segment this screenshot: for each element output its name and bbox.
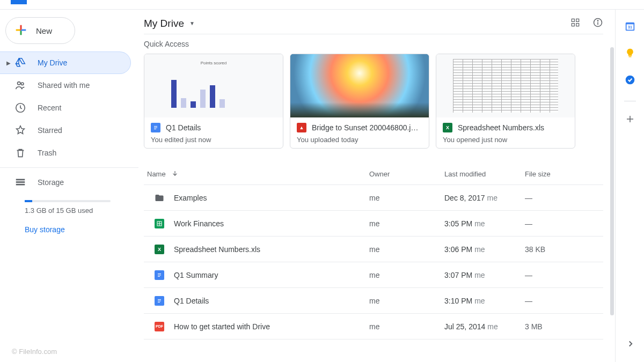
grid-view-button[interactable]	[570, 17, 581, 29]
quick-access-title: Bridge to Sunset 200046800.jpeg	[312, 123, 422, 132]
column-size[interactable]: File size	[525, 170, 600, 178]
file-name: Q1 Summary	[174, 271, 218, 279]
sheets-icon	[155, 219, 164, 228]
sort-arrow-down-icon	[171, 169, 179, 179]
docs-icon	[155, 296, 164, 306]
file-row[interactable]: Q1 Detailsme3:10 PMme—	[144, 288, 603, 314]
quick-access-subtitle: You edited just now	[151, 136, 276, 144]
quick-access-subtitle: You opened just now	[443, 136, 568, 144]
sidebar: New ▶ My Drive Shared with me Recent	[0, 10, 138, 362]
xls-icon: X	[155, 245, 164, 254]
svg-rect-21	[158, 276, 160, 277]
file-owner: me	[369, 322, 444, 331]
file-owner: me	[369, 271, 444, 279]
scrollbar-vertical[interactable]	[610, 47, 614, 315]
file-owner: me	[369, 297, 444, 305]
storage-used-text: 1.3 GB of 15 GB used	[25, 206, 138, 215]
sidebar-item-label: Trash	[38, 149, 56, 157]
quick-access-row: Points scored Q1 De	[144, 54, 603, 149]
svg-rect-24	[158, 302, 160, 302]
new-button[interactable]: New	[5, 17, 75, 44]
svg-rect-28	[628, 56, 631, 57]
quick-access-card[interactable]: Points scored Q1 De	[144, 54, 283, 149]
sidebar-item-label: Storage	[38, 178, 64, 187]
top-bar	[0, 0, 644, 10]
clock-icon	[14, 101, 27, 114]
xls-icon: X	[443, 123, 452, 132]
image-icon: ▲	[297, 123, 306, 132]
file-size: —	[525, 271, 600, 279]
svg-rect-7	[576, 19, 579, 21]
file-list: ExamplesmeDec 8, 2017me—Work Financesme3…	[144, 185, 603, 339]
storage-bar	[25, 200, 111, 202]
column-name[interactable]: Name	[147, 169, 369, 179]
file-name: Spreadsheet Numbers.xls	[174, 245, 260, 254]
file-size: —	[525, 297, 600, 305]
file-name: Q1 Details	[174, 297, 209, 305]
svg-point-1	[21, 83, 24, 85]
sidebar-item-storage[interactable]: Storage	[0, 171, 138, 194]
sidebar-item-label: Shared with me	[38, 81, 90, 90]
docs-icon	[151, 123, 160, 132]
quick-access-label: Quick Access	[144, 40, 603, 48]
file-owner: me	[369, 194, 444, 202]
breadcrumb[interactable]: My Drive ▼	[144, 18, 195, 29]
trash-icon	[14, 146, 27, 159]
file-modified: 3:06 PMme	[444, 245, 525, 254]
new-button-label: New	[36, 26, 52, 35]
breadcrumb-title: My Drive	[144, 18, 184, 29]
file-size: —	[525, 219, 600, 228]
keep-app-button[interactable]	[624, 47, 636, 59]
svg-rect-14	[154, 128, 157, 128]
file-row[interactable]: Q1 Summaryme3:07 PMme—	[144, 262, 603, 288]
quick-access-thumb	[290, 54, 429, 117]
svg-rect-13	[154, 126, 157, 127]
divider	[0, 167, 138, 168]
file-size: 3 MB	[525, 322, 600, 331]
calendar-app-button[interactable]: 31	[624, 20, 636, 32]
info-button[interactable]	[592, 17, 603, 29]
file-modified: 3:07 PMme	[444, 271, 525, 279]
add-addon-button[interactable]	[624, 113, 636, 125]
drive-icon	[14, 56, 27, 69]
storage-bar-fill	[25, 200, 32, 202]
sidebar-item-label: Starred	[38, 126, 62, 135]
file-modified: 3:05 PMme	[444, 219, 525, 228]
file-row[interactable]: Work Financesme3:05 PMme—	[144, 211, 603, 237]
quick-access-subtitle: You uploaded today	[297, 136, 422, 144]
sidebar-item-label: Recent	[38, 104, 61, 112]
file-row[interactable]: ExamplesmeDec 8, 2017me—	[144, 185, 603, 211]
column-modified[interactable]: Last modified	[444, 170, 525, 178]
file-name: How to get started with Drive	[174, 322, 270, 331]
sidebar-item-my-drive[interactable]: ▶ My Drive	[0, 51, 131, 74]
pdf-icon: PDF	[155, 322, 164, 331]
docs-icon	[155, 270, 164, 280]
sidebar-item-trash[interactable]: Trash	[0, 142, 138, 164]
svg-rect-15	[154, 129, 156, 129]
plus-icon	[13, 23, 28, 39]
sidebar-item-shared[interactable]: Shared with me	[0, 74, 138, 97]
quick-access-card[interactable]: X Spreadsheet Numbers.xls You opened jus…	[436, 54, 575, 149]
svg-rect-19	[158, 274, 161, 274]
file-name: Work Finances	[174, 219, 224, 228]
svg-rect-8	[572, 24, 574, 26]
buy-storage-link[interactable]: Buy storage	[25, 225, 138, 234]
collapse-panel-button[interactable]	[626, 339, 635, 350]
quick-access-title: Q1 Details	[166, 123, 201, 132]
file-row[interactable]: XSpreadsheet Numbers.xlsme3:06 PMme38 KB	[144, 237, 603, 262]
side-panel: 31	[615, 10, 644, 362]
chevron-down-icon: ▼	[189, 20, 195, 26]
sidebar-item-recent[interactable]: Recent	[0, 97, 138, 119]
quick-access-title: Spreadsheet Numbers.xls	[458, 123, 544, 132]
svg-rect-4	[16, 181, 25, 183]
svg-rect-22	[158, 299, 161, 300]
column-owner[interactable]: Owner	[369, 170, 444, 178]
file-size: 38 KB	[525, 245, 600, 254]
quick-access-card[interactable]: ▲ Bridge to Sunset 200046800.jpeg You up…	[290, 54, 429, 149]
svg-rect-5	[16, 184, 25, 186]
file-row[interactable]: PDFHow to get started with DrivemeJul 25…	[144, 314, 603, 339]
sidebar-item-starred[interactable]: Starred	[0, 119, 138, 142]
divider	[624, 101, 636, 101]
star-icon	[14, 124, 27, 137]
tasks-app-button[interactable]	[624, 74, 636, 86]
